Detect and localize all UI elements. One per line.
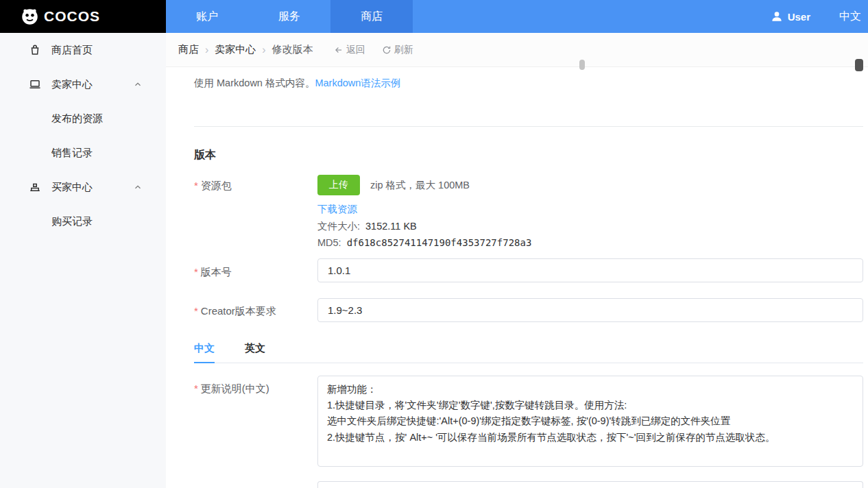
buyer-center-icon (29, 181, 41, 193)
md5-value: df618c852741147190f4353727f728a3 (347, 237, 532, 248)
required-marker: * (194, 180, 198, 191)
sidebar-item-sales-records[interactable]: 销售记录 (0, 136, 166, 170)
field-label-text: 更新说明(中文) (201, 382, 269, 394)
chevron-up-icon (133, 182, 143, 192)
language-switcher[interactable]: 中文 (839, 10, 861, 24)
nav-item-account[interactable]: 账户 (166, 0, 248, 33)
breadcrumb-current-page: 修改版本 (272, 43, 313, 56)
breadcrumb-seller-center[interactable]: 卖家中心 (215, 43, 256, 56)
chevron-up-icon (133, 80, 143, 89)
sidebar-item-store-home[interactable]: 商店首页 (0, 33, 166, 67)
field-label-text: Creator版本要求 (201, 305, 276, 317)
user-label: User (788, 11, 810, 23)
md5-row: MD5:df618c852741147190f4353727f728a3 (317, 237, 531, 248)
section-title-version: 版本 (194, 148, 216, 162)
bag-icon (29, 44, 41, 56)
download-asset-link[interactable]: 下载资源 (317, 203, 357, 216)
monitor-icon (29, 78, 41, 90)
markdown-hint: 使用 Markdown 格式内容。Markdown语法示例 (194, 77, 400, 90)
field-label-version: *版本号 (194, 266, 312, 279)
back-arrow-icon (334, 45, 343, 55)
filesize-label: 文件大小: (317, 221, 360, 232)
field-label-package: *资源包 (194, 180, 312, 193)
section-divider (194, 126, 863, 127)
changelog-textarea[interactable]: 新增功能： 1.快捷键目录，将'文件夹'绑定'数字键',按数字键转跳目录。使用方… (317, 376, 863, 467)
editor-scrollbar-thumb[interactable] (579, 60, 585, 70)
version-input[interactable] (317, 258, 863, 282)
required-marker: * (194, 382, 198, 394)
user-icon (770, 10, 784, 23)
refresh-icon (382, 45, 391, 55)
page-scrollbar-thumb[interactable] (855, 59, 863, 71)
tab-english[interactable]: 英文 (245, 342, 265, 363)
creator-version-input[interactable] (317, 298, 863, 322)
top-navbar: COCOS 账户 服务 商店 User 中文 (0, 0, 868, 33)
nav-item-services[interactable]: 服务 (248, 0, 330, 33)
nav-item-store[interactable]: 商店 (330, 0, 413, 33)
refresh-button[interactable]: 刷新 (382, 44, 413, 56)
back-label: 返回 (346, 44, 365, 56)
sidebar-item-label: 买家中心 (51, 181, 93, 194)
required-marker: * (194, 305, 198, 317)
main-content: 使用 Markdown 格式内容。Markdown语法示例 版本 *资源包 上传… (166, 67, 868, 488)
required-marker: * (194, 266, 198, 278)
brand-logo[interactable]: COCOS (0, 0, 166, 33)
breadcrumb-store[interactable]: 商店 (178, 43, 199, 56)
breadcrumb-separator-icon: › (205, 44, 208, 56)
sidebar-item-label: 发布的资源 (51, 112, 103, 125)
filesize-value: 3152.11 KB (365, 221, 417, 232)
back-button[interactable]: 返回 (334, 44, 365, 56)
breadcrumb-separator-icon: › (262, 44, 265, 56)
md5-label: MD5: (317, 237, 341, 248)
field-label-text: 资源包 (201, 180, 232, 191)
package-field-controls: 上传 zip 格式，最大 100MB 下载资源 文件大小:3152.11 KB … (317, 175, 531, 248)
sidebar-item-label: 商店首页 (51, 44, 93, 57)
field-label-text: 版本号 (201, 266, 232, 278)
sidebar-item-buyer-center[interactable]: 买家中心 (0, 170, 166, 204)
brand-name: COCOS (44, 8, 100, 25)
sidebar-item-label: 卖家中心 (51, 78, 93, 91)
sidebar-item-seller-center[interactable]: 卖家中心 (0, 67, 166, 101)
tab-chinese[interactable]: 中文 (194, 342, 215, 363)
sidebar-item-label: 销售记录 (51, 147, 93, 160)
cocos-logo-icon (21, 8, 39, 26)
sidebar-item-published-assets[interactable]: 发布的资源 (0, 101, 166, 136)
main-nav: 账户 服务 商店 (166, 0, 413, 33)
breadcrumb: 商店 › 卖家中心 › 修改版本 返回 刷新 (166, 33, 868, 67)
markdown-hint-text: 使用 Markdown 格式内容。 (194, 77, 315, 88)
user-menu[interactable]: User (770, 10, 810, 23)
refresh-label: 刷新 (394, 44, 413, 56)
markdown-example-link[interactable]: Markdown语法示例 (315, 77, 400, 88)
upload-button[interactable]: 上传 (317, 175, 360, 195)
breadcrumb-actions: 返回 刷新 (334, 44, 413, 56)
sidebar-item-label: 购买记录 (51, 215, 93, 228)
language-tabs: 中文 英文 (194, 342, 863, 363)
field-label-changelog-cn: *更新说明(中文) (194, 382, 312, 395)
package-format-hint: zip 格式，最大 100MB (370, 179, 470, 192)
field-label-creator-version: *Creator版本要求 (194, 305, 312, 318)
navbar-right: User 中文 (770, 0, 868, 33)
sidebar: 商店首页 卖家中心 发布的资源 销售记录 买家中心 (0, 33, 166, 488)
sidebar-item-purchase-records[interactable]: 购买记录 (0, 204, 166, 239)
next-field-partial[interactable] (317, 481, 863, 488)
filesize-row: 文件大小:3152.11 KB (317, 220, 531, 233)
